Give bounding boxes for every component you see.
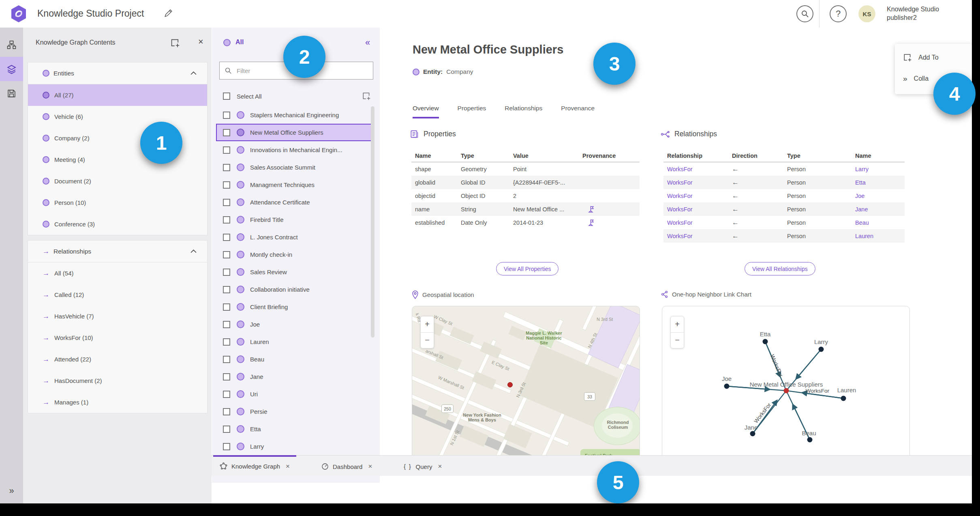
list-item[interactable]: Persie (212, 403, 380, 420)
select-all-checkbox[interactable] (223, 92, 230, 100)
relationship-filter-hasdocument[interactable]: → HasDocument (2) (28, 370, 207, 391)
list-item[interactable]: Joe (212, 316, 380, 333)
list-item[interactable]: Lauren (212, 333, 380, 350)
close-tab-icon[interactable]: × (438, 462, 442, 471)
tab-dashboard[interactable]: Dashboard × (315, 456, 379, 476)
add-to-menu-item[interactable]: Add To (895, 47, 972, 68)
list-item[interactable]: Etta (212, 420, 380, 438)
avatar[interactable]: KS (858, 5, 875, 22)
list-item[interactable]: Attendance Certificate (212, 194, 380, 211)
zoom-in-button[interactable]: + (421, 316, 434, 333)
item-checkbox[interactable] (223, 443, 230, 450)
close-tab-icon[interactable]: × (368, 462, 372, 471)
geospatial-map[interactable]: k Rd W Clay St arshall St W Marshall St … (412, 306, 640, 459)
list-item[interactable]: L. Jones Contract (212, 228, 380, 246)
expand-rail-icon[interactable]: » (0, 486, 23, 496)
item-checkbox[interactable] (223, 164, 230, 171)
zoom-out-button[interactable]: − (671, 333, 684, 348)
item-checkbox[interactable] (223, 426, 230, 433)
relationship-filter-hasvehicle[interactable]: → HasVehicle (7) (28, 305, 207, 327)
close-tab-icon[interactable]: × (286, 462, 290, 471)
item-checkbox[interactable] (223, 181, 230, 189)
list-item[interactable]: Staplers Mechanical Engineering (212, 106, 380, 124)
view-all-relationships-button[interactable]: View All Relationships (745, 262, 815, 275)
link-chart[interactable]: Etta Larry Joe Lauren Jane Beau New Meta… (662, 306, 910, 459)
item-checkbox[interactable] (223, 199, 230, 206)
node-joe[interactable] (724, 384, 730, 389)
zoom-in-button[interactable]: + (671, 316, 684, 333)
edit-title-icon[interactable] (164, 9, 173, 18)
node-jane[interactable] (750, 431, 755, 436)
save-rail-button[interactable] (0, 81, 23, 105)
search-button[interactable] (796, 5, 813, 22)
provenance-flag-icon[interactable] (587, 205, 594, 213)
relationship-arrow-icon: → (43, 355, 49, 363)
node-lauren[interactable] (841, 396, 846, 401)
provenance-flag-icon[interactable] (587, 219, 594, 226)
tab-knowledge-graph[interactable]: Knowledge Graph × (213, 455, 296, 476)
add-layer-button[interactable] (170, 38, 180, 48)
list-item[interactable]: Sales Associate Summit (212, 159, 380, 176)
list-item[interactable]: Uri (212, 385, 380, 403)
entities-section-header[interactable]: Entities (28, 62, 207, 84)
relationship-filter-worksfor[interactable]: → WorksFor (10) (28, 327, 207, 348)
list-item[interactable]: Client Briefing (212, 298, 380, 316)
relationships-section-header[interactable]: → Relationships (28, 241, 207, 262)
list-item[interactable]: Firebird Title (212, 211, 380, 228)
relationship-filter-called[interactable]: → Called (12) (28, 284, 207, 305)
tab-properties[interactable]: Properties (458, 105, 486, 118)
list-item[interactable]: Montly check-in (212, 246, 380, 263)
item-checkbox[interactable] (223, 269, 230, 276)
item-checkbox[interactable] (223, 321, 230, 328)
item-checkbox[interactable] (223, 408, 230, 415)
entity-title: New Metal Office Suppliers (413, 43, 563, 56)
relationship-filter-attended[interactable]: → Attended (22) (28, 348, 207, 370)
relationship-filter-all[interactable]: → All (54) (28, 262, 207, 284)
node-etta[interactable] (763, 339, 768, 344)
list-item[interactable]: Larry (212, 438, 380, 455)
node-center[interactable] (784, 388, 789, 393)
add-to-map-icon[interactable] (362, 92, 371, 101)
tab-relationships[interactable]: Relationships (505, 105, 542, 118)
list-item[interactable]: Innovations in Mechanical Engin... (212, 141, 380, 159)
close-panel-icon[interactable]: × (198, 37, 203, 47)
tab-provenance[interactable]: Provenance (561, 105, 595, 118)
item-checkbox[interactable] (223, 112, 230, 119)
entity-filter-conference[interactable]: Conference (3) (28, 213, 207, 235)
item-checkbox[interactable] (223, 373, 230, 381)
list-item-selected[interactable]: New Metal Office Suppliers (216, 124, 374, 141)
zoom-out-button[interactable]: − (421, 333, 434, 348)
item-checkbox[interactable] (223, 146, 230, 154)
list-item[interactable]: Beau (212, 350, 380, 368)
item-checkbox[interactable] (223, 356, 230, 363)
item-checkbox[interactable] (223, 391, 230, 398)
list-scrollbar[interactable] (371, 106, 374, 338)
entity-filter-meeting[interactable]: Meeting (4) (28, 149, 207, 170)
collapse-panel-icon[interactable]: « (365, 37, 370, 48)
contents-rail-button[interactable] (0, 57, 23, 81)
item-checkbox[interactable] (223, 129, 230, 136)
list-item[interactable]: Jane (212, 368, 380, 385)
entity-filter-all[interactable]: All (27) (28, 84, 207, 106)
relationship-filter-manages[interactable]: → Manages (1) (28, 391, 207, 413)
list-item[interactable]: Sales Review (212, 263, 380, 281)
node-beau[interactable] (807, 437, 813, 443)
item-checkbox[interactable] (223, 338, 230, 346)
help-button[interactable]: ? (830, 5, 847, 22)
list-item[interactable]: Managment Techniques (212, 176, 380, 194)
item-checkbox[interactable] (223, 286, 230, 293)
data-model-rail-button[interactable] (0, 32, 23, 57)
item-checkbox[interactable] (223, 216, 230, 224)
item-checkbox[interactable] (223, 303, 230, 311)
entity-filter-person[interactable]: Person (10) (28, 192, 207, 213)
tab-overview[interactable]: Overview (413, 105, 439, 118)
item-checkbox[interactable] (223, 251, 230, 258)
item-checkbox[interactable] (223, 234, 230, 241)
entity-filter-document[interactable]: Document (2) (28, 170, 207, 192)
user-info[interactable]: Knowledge Studio publisher2 (887, 5, 939, 22)
list-item[interactable]: Collaboration initiative (212, 281, 380, 298)
view-all-properties-button[interactable]: View All Properties (496, 262, 558, 275)
tab-query[interactable]: { } Query × (397, 456, 448, 476)
node-larry[interactable] (819, 347, 824, 352)
entity-filter-vehicle[interactable]: Vehicle (6) (28, 106, 207, 127)
